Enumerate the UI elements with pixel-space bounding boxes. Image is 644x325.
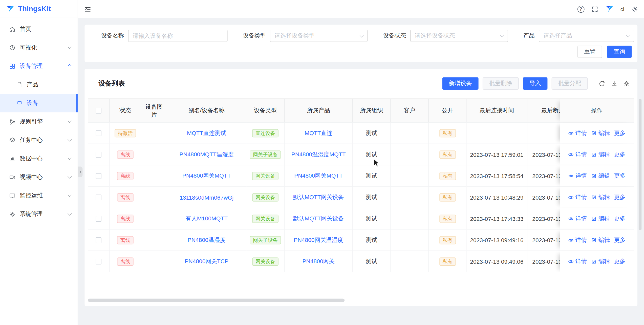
- batch-delete-button[interactable]: 批量删除: [483, 77, 519, 90]
- last-connect-cell: 2023-07-13 17:43:33: [467, 208, 527, 230]
- add-device-button[interactable]: 新增设备: [442, 77, 479, 90]
- device-name-link[interactable]: PN4800网关MQTT: [182, 172, 231, 180]
- product-link[interactable]: PN4800温湿度MQTT: [291, 151, 346, 158]
- horizontal-scrollbar: [88, 299, 634, 302]
- more-link[interactable]: 更多: [614, 215, 625, 222]
- sidebar-item-device[interactable]: 设备: [0, 94, 78, 112]
- row-checkbox[interactable]: [96, 173, 101, 179]
- device-name-link[interactable]: PN4800网关TCP: [185, 258, 228, 265]
- batch-assign-button[interactable]: 批量分配: [552, 77, 588, 90]
- sidebar-item-task-center[interactable]: 任务中心: [0, 131, 78, 149]
- table-header-row: 状态 设备图片 别名/设备名称 设备类型 所属产品 所属组织 客户 公开 最后连…: [88, 99, 634, 123]
- sidebar-item-system[interactable]: 系统管理: [0, 205, 78, 223]
- edit-link-label: 编辑: [598, 236, 610, 244]
- row-checkbox[interactable]: [96, 237, 101, 243]
- import-button[interactable]: 导入: [523, 77, 547, 90]
- sidebar-item-video-center[interactable]: 视频中心: [0, 168, 78, 186]
- edit-link[interactable]: 编辑: [591, 172, 610, 180]
- product-link[interactable]: PN4800网关MQTT: [294, 172, 343, 180]
- row-actions-cell: 详情 编辑 更多: [560, 123, 634, 144]
- row-checkbox[interactable]: [96, 151, 101, 157]
- more-link[interactable]: 更多: [614, 151, 625, 158]
- edit-link[interactable]: 编辑: [591, 129, 610, 137]
- edit-link[interactable]: 编辑: [591, 258, 610, 265]
- device-status-select[interactable]: 请选择设备状态: [410, 30, 508, 42]
- detail-link[interactable]: 详情: [568, 236, 587, 244]
- product-link[interactable]: PN4800网关温湿度: [294, 236, 343, 244]
- more-link[interactable]: 更多: [614, 258, 625, 265]
- row-checkbox[interactable]: [96, 259, 101, 264]
- select-placeholder: 请选择产品: [543, 32, 572, 40]
- header-device-type: 设备类型: [246, 99, 285, 123]
- column-settings-gear-icon[interactable]: [623, 80, 630, 87]
- device-name-link[interactable]: PN4800温湿度: [188, 236, 226, 244]
- edit-link[interactable]: 编辑: [591, 151, 610, 158]
- sidebar-item-data-center[interactable]: 数据中心: [0, 149, 78, 168]
- edit-link[interactable]: 编辑: [591, 194, 610, 201]
- chevron-down-icon: [68, 193, 72, 197]
- sidebar-item-monitoring[interactable]: 监控运维: [0, 186, 78, 205]
- product-link[interactable]: MQTT直连: [305, 129, 332, 137]
- reset-button[interactable]: 重置: [577, 46, 602, 58]
- edit-link[interactable]: 编辑: [591, 236, 610, 244]
- device-type-select[interactable]: 请选择设备类型: [270, 30, 368, 42]
- select-all-checkbox[interactable]: [96, 108, 101, 113]
- device-type-badge: 网关设备: [252, 257, 278, 265]
- detail-link[interactable]: 详情: [568, 172, 587, 180]
- product-select[interactable]: 请选择产品: [539, 30, 634, 42]
- detail-link[interactable]: 详情: [568, 151, 587, 158]
- more-link[interactable]: 更多: [614, 236, 625, 244]
- status-badge: 离线: [117, 215, 134, 223]
- more-link[interactable]: 更多: [614, 172, 625, 180]
- row-checkbox[interactable]: [96, 194, 101, 200]
- username-label[interactable]: cl: [620, 6, 624, 12]
- eye-icon: [568, 151, 574, 157]
- row-checkbox[interactable]: [96, 216, 101, 222]
- eye-icon: [568, 237, 574, 243]
- gear-icon[interactable]: [631, 6, 638, 13]
- sidebar-item-product[interactable]: 产品: [0, 75, 78, 94]
- table-row: 待激活 MQTT直连测试 直连设备 MQTT直连 测试 私有 详情 编辑 更多: [88, 123, 634, 144]
- edit-icon: [591, 173, 597, 179]
- refresh-icon[interactable]: [598, 80, 606, 87]
- device-name-link[interactable]: MQTT直连测试: [187, 129, 226, 137]
- public-badge: 私有: [439, 150, 456, 158]
- row-checkbox[interactable]: [96, 130, 101, 136]
- horizontal-scrollbar-thumb[interactable]: [88, 299, 345, 302]
- detail-link[interactable]: 详情: [568, 194, 587, 201]
- sidebar-item-rule-engine[interactable]: 规则引擎: [0, 112, 78, 131]
- edit-link[interactable]: 编辑: [591, 215, 610, 222]
- more-link-label: 更多: [614, 194, 625, 201]
- sidebar-item-visualization[interactable]: 可视化: [0, 38, 78, 57]
- product-link[interactable]: 默认MQTT网关设备: [293, 194, 344, 201]
- device-name-input[interactable]: [128, 30, 228, 42]
- menu-fold-icon[interactable]: [84, 5, 92, 13]
- more-link-label: 更多: [614, 172, 625, 180]
- help-icon[interactable]: ?: [577, 6, 584, 13]
- table-body: 待激活 MQTT直连测试 直连设备 MQTT直连 测试 私有 详情 编辑 更多 …: [88, 123, 634, 272]
- detail-link[interactable]: 详情: [568, 215, 587, 222]
- more-link[interactable]: 更多: [614, 129, 625, 137]
- device-name-link[interactable]: 13118s0dMm067wGj: [180, 194, 233, 201]
- device-type-filter: 设备类型 请选择设备类型: [243, 30, 368, 42]
- last-connect-cell: 2023-07-13 09:49:16: [467, 230, 527, 251]
- device-image-cell: [141, 208, 167, 230]
- detail-link[interactable]: 详情: [568, 258, 587, 265]
- detail-link-label: 详情: [575, 172, 587, 180]
- org-cell: 测试: [353, 165, 391, 187]
- query-button[interactable]: 查询: [607, 46, 632, 58]
- sidebar-item-device-management[interactable]: 设备管理: [0, 57, 78, 75]
- device-name-link[interactable]: 有人M100MQTT: [185, 215, 228, 222]
- customer-cell: [391, 208, 429, 230]
- sidebar-item-home[interactable]: 首页: [0, 20, 78, 38]
- more-link-label: 更多: [614, 258, 625, 265]
- detail-link[interactable]: 详情: [568, 129, 587, 137]
- product-link[interactable]: PN4800网关: [302, 258, 335, 265]
- more-link[interactable]: 更多: [614, 194, 625, 201]
- fullscreen-icon[interactable]: [591, 6, 598, 13]
- product-link[interactable]: 默认MQTT网关设备: [293, 215, 344, 222]
- sidebar-collapse-handle[interactable]: [78, 167, 83, 177]
- vertical-scrollbar-thumb[interactable]: [639, 99, 641, 231]
- download-icon[interactable]: [611, 80, 618, 87]
- device-name-link[interactable]: PN4800MQTT温湿度: [179, 151, 234, 158]
